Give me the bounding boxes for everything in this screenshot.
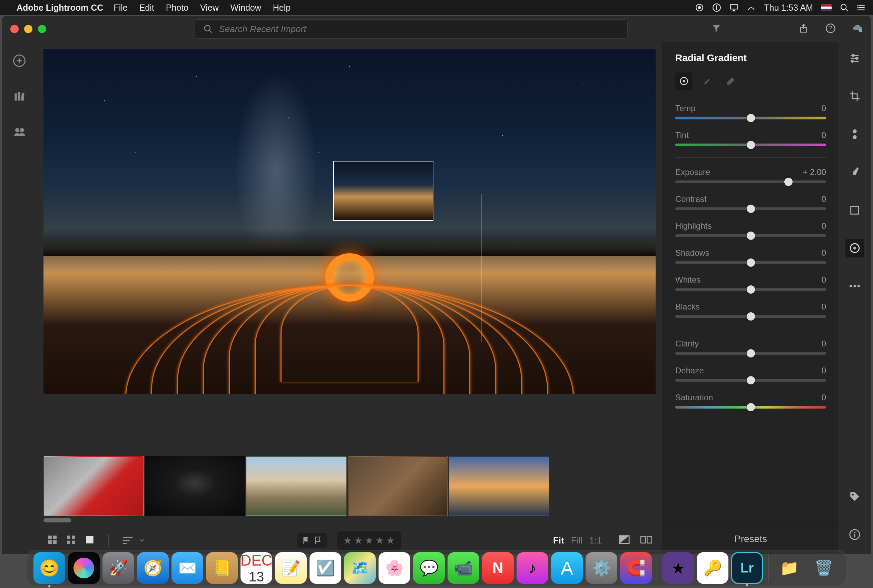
slider-shadows[interactable]: Shadows0 (675, 248, 826, 264)
filmstrip-scrollbar[interactable] (44, 518, 656, 523)
radial-mode-new[interactable] (675, 72, 693, 90)
slider-dehaze[interactable]: Dehaze0 (675, 366, 826, 382)
share-icon[interactable] (798, 23, 809, 35)
thumb-mountain[interactable] (246, 456, 346, 516)
notification-center-icon[interactable] (857, 3, 866, 12)
info-panel-icon[interactable] (845, 525, 864, 544)
slider-knob[interactable] (747, 231, 755, 240)
slider-knob[interactable] (747, 141, 755, 149)
menu-help[interactable]: Help (273, 3, 291, 12)
detail-view-icon[interactable] (84, 534, 95, 547)
menu-window[interactable]: Window (231, 3, 261, 12)
dock-itunes[interactable]: ♪ (516, 552, 548, 584)
slider-knob[interactable] (747, 403, 755, 411)
help-icon[interactable]: ? (825, 23, 836, 35)
info-icon[interactable] (712, 3, 721, 12)
sharing-icon[interactable] (13, 125, 26, 139)
app-name[interactable]: Adobe Lightroom CC (16, 3, 103, 13)
star-1[interactable]: ★ (344, 535, 352, 546)
thumb-coffee[interactable] (348, 456, 448, 516)
menu-file[interactable]: File (114, 3, 128, 12)
flag-pick-icon[interactable] (302, 536, 311, 545)
dock-messages[interactable]: 💬 (413, 552, 445, 584)
brush-icon[interactable] (845, 163, 864, 182)
slider-contrast[interactable]: Contrast0 (675, 194, 826, 210)
dock-launchpad[interactable]: 🚀 (102, 552, 134, 584)
dock-facetime[interactable]: 📹 (447, 552, 479, 584)
flag-controls[interactable] (297, 533, 327, 548)
slider-knob[interactable] (747, 312, 755, 321)
flag-icon[interactable] (821, 4, 832, 11)
star-rating[interactable]: ★★★★★ (337, 531, 401, 550)
slider-saturation[interactable]: Saturation0 (675, 393, 826, 409)
crop-icon[interactable] (845, 87, 864, 106)
menu-photo[interactable]: Photo (166, 3, 188, 12)
filter-icon[interactable] (711, 24, 721, 34)
slider-knob[interactable] (747, 114, 755, 122)
dock-siri[interactable] (68, 552, 100, 584)
sort-dropdown[interactable] (122, 536, 145, 545)
slider-knob[interactable] (747, 285, 755, 294)
dock-photos[interactable]: 🌸 (378, 552, 410, 584)
maximize-button[interactable] (38, 25, 46, 33)
keywords-icon[interactable] (845, 487, 864, 506)
dock-contacts[interactable]: 📒 (206, 552, 238, 584)
main-photo[interactable] (44, 49, 656, 394)
dock-magnet[interactable]: 🧲 (620, 552, 652, 584)
dock-finder[interactable]: 😊 (33, 552, 65, 584)
close-button[interactable] (10, 25, 19, 33)
thumb-apple[interactable] (145, 456, 245, 516)
dock-news[interactable]: N (482, 552, 514, 584)
slider-tint[interactable]: Tint0 (675, 130, 826, 146)
slider-temp[interactable]: Temp0 (675, 104, 826, 119)
flag-reject-icon[interactable] (314, 536, 322, 545)
dock-calendar[interactable]: DEC13 (240, 552, 272, 584)
dock-downloads[interactable]: 📁 (773, 552, 805, 584)
thumb-car[interactable] (44, 456, 144, 516)
slider-whites[interactable]: Whites0 (675, 275, 826, 291)
star-3[interactable]: ★ (365, 535, 374, 546)
linear-gradient-icon[interactable] (845, 201, 864, 219)
star-2[interactable]: ★ (354, 535, 363, 546)
square-grid-icon[interactable] (66, 534, 76, 547)
brush-mode-erase[interactable] (722, 72, 740, 90)
dock-imovie[interactable]: ★ (662, 552, 694, 584)
slider-knob[interactable] (747, 205, 755, 213)
slider-clarity[interactable]: Clarity0 (675, 339, 826, 355)
dock-lightroom[interactable]: Lr (731, 552, 763, 584)
radial-gradient-icon[interactable] (845, 239, 864, 257)
dock-appstore[interactable]: A (551, 552, 583, 584)
presets-button[interactable]: Presets (663, 523, 838, 554)
dock-safari[interactable]: 🧭 (137, 552, 169, 584)
zoom-fill[interactable]: Fill (571, 535, 582, 546)
menu-edit[interactable]: Edit (140, 3, 154, 12)
healing-icon[interactable] (845, 125, 864, 144)
slider-knob[interactable] (747, 376, 755, 384)
dock-1password[interactable]: 🔑 (697, 552, 728, 584)
airplay-icon[interactable] (729, 3, 738, 12)
dock-notes[interactable]: 📝 (275, 552, 307, 584)
grid-view-icon[interactable] (47, 534, 58, 547)
dock-preferences[interactable]: ⚙️ (586, 552, 617, 584)
zoom-1-1[interactable]: 1:1 (590, 535, 602, 546)
slider-highlights[interactable]: Highlights0 (675, 221, 826, 237)
my-photos-icon[interactable] (13, 90, 26, 104)
add-photos-icon[interactable] (13, 54, 26, 68)
search-input[interactable] (219, 24, 619, 34)
dock-reminders[interactable]: ☑️ (309, 552, 341, 584)
creative-cloud-icon[interactable] (695, 3, 704, 12)
slider-blacks[interactable]: Blacks0 (675, 302, 826, 318)
search-field[interactable] (195, 20, 628, 39)
bartender-icon[interactable] (747, 3, 756, 12)
show-original-icon[interactable] (640, 534, 652, 546)
dock-maps[interactable]: 🗺️ (344, 552, 376, 584)
more-icon[interactable] (845, 277, 864, 296)
menu-view[interactable]: View (200, 3, 219, 12)
star-5[interactable]: ★ (386, 535, 395, 546)
brush-mode-add[interactable] (699, 72, 716, 90)
spotlight-icon[interactable] (840, 3, 849, 12)
star-4[interactable]: ★ (375, 535, 384, 546)
dock-mail[interactable]: ✉️ (171, 552, 203, 584)
zoom-fit[interactable]: Fit (553, 535, 564, 546)
minimize-button[interactable] (24, 25, 32, 33)
